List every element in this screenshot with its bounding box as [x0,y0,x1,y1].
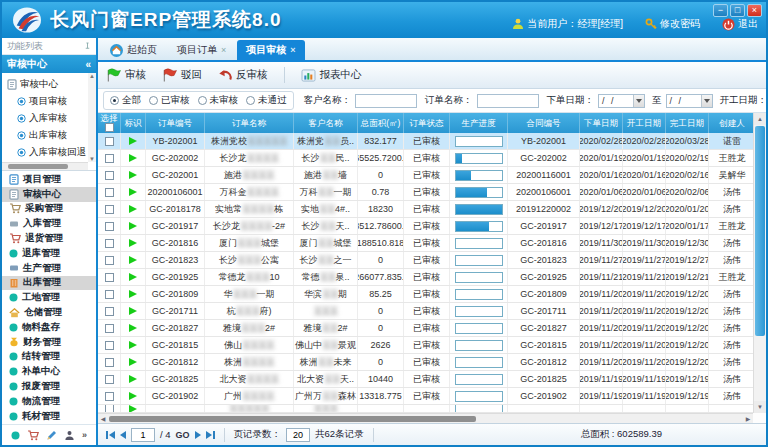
order-date-to-field[interactable]: / / [666,94,713,108]
table-row[interactable]: GC-201917长沙龙某某某某-2#长沙某某天..8512.78600..已审… [98,218,753,235]
row-checkbox[interactable] [105,256,114,265]
status-radio-2[interactable]: 未审核 [198,94,239,107]
tree-item-outbound-audit[interactable]: 出库审核 [7,127,86,144]
sidebar-footer-pencil-icon[interactable] [46,430,57,441]
table-row[interactable]: GC-201812株洲某某某某株洲某某未来0已审核GC-2018122019/1… [98,354,753,371]
table-row[interactable]: GC-2018178实地常某某某某栋实地某某4#..18230已审核201912… [98,201,753,218]
table-row[interactable]: GC-201925常德龙某某某10常德某某泉..266077.835..已审核G… [98,269,753,286]
column-header-1[interactable]: 标识 [121,113,146,133]
tree-root-audit-center[interactable]: 审核中心 [7,76,86,93]
status-radio-3[interactable]: 未通过 [246,94,287,107]
table-row[interactable]: YB-202001株洲党校某某某某某株洲党某某员..832.177已审核YB-2… [98,133,753,150]
row-checkbox[interactable] [105,154,114,163]
go-button[interactable]: GO [176,430,190,440]
column-header-5[interactable]: 总面积(㎡) [358,113,404,133]
column-header-8[interactable]: 合同编号 [508,113,580,133]
calendar-dropdown-icon[interactable] [633,95,644,107]
scroll-up-icon[interactable]: ▲ [754,113,766,125]
table-row[interactable]: GC-201809华某某某一期华滨某某期85.25已审核GC-201809201… [98,286,753,303]
order-name-input[interactable] [477,94,539,108]
pin-icon[interactable] [84,42,91,51]
table-row[interactable]: GC-201827雅境某某某2#雅境某某2#0已审核GC-2018272019/… [98,320,753,337]
column-header-3[interactable]: 订单名称 [205,113,294,133]
sidebar-item-suborder-center[interactable]: 补单中心 [2,364,96,379]
sidebar-item-consumables-mgmt[interactable]: 耗材管理 [2,409,96,424]
row-checkbox[interactable] [105,375,114,384]
sidebar-item-warehouse-mgmt[interactable]: 仓储管理 [2,305,96,320]
next-page-button[interactable] [195,431,201,439]
table-horizontal-scrollbar[interactable]: ◀ ▶ [98,413,753,423]
audit-button[interactable]: 审核 [106,68,146,82]
table-row[interactable]: GC-201815佛山某某某某佛山中某某景观2626已审核GC-20181520… [98,337,753,354]
table-row[interactable]: 20200106001万科金某某某某万科某某一期0.78已审核202001060… [98,184,753,201]
table-vertical-scrollbar[interactable]: ▲ ▼ [753,113,766,413]
unaudit-button[interactable]: 反审核 [218,68,268,82]
table-row[interactable]: GC-201902广州某某某某广州万某某森林13318.775已审核GC-201… [98,388,753,405]
calendar-dropdown-icon[interactable] [701,95,712,107]
sidebar-item-logistics-mgmt[interactable]: 物流管理 [2,394,96,409]
select-all-checkbox[interactable] [105,123,114,132]
tab-project-audit[interactable]: 项目审核× [237,40,304,60]
scroll-down-icon[interactable]: ▼ [754,401,766,413]
row-checkbox[interactable] [105,392,114,401]
radio-icon[interactable] [110,96,119,105]
tree-vertical-scrollbar[interactable]: ▲▼ [88,73,96,162]
sidebar-item-purchase-mgmt[interactable]: 采购管理 [2,202,96,217]
row-checkbox[interactable] [105,188,114,197]
sidebar-footer-dot-teal-icon[interactable] [11,431,20,440]
sidebar-item-material-inventory[interactable]: 物料盘存 [2,320,96,335]
sidebar-footer-more-icon[interactable]: » [82,430,87,440]
row-checkbox[interactable] [105,239,114,248]
column-header-10[interactable]: 开工日期 [623,113,666,133]
tab-home[interactable]: 起始页 [101,40,166,60]
column-header-4[interactable]: 客户名称 [294,113,358,133]
tree-item-project-audit[interactable]: 项目审核 [7,93,86,110]
scroll-left-icon[interactable]: ◀ [98,414,108,423]
row-checkbox[interactable] [105,341,114,350]
prev-page-button[interactable] [120,431,126,439]
table-row[interactable]: GC-201825北大资某某某某北大资某某天..10440已审核GC-20182… [98,371,753,388]
radio-icon[interactable] [198,96,207,105]
row-checkbox[interactable] [105,273,114,282]
first-page-button[interactable] [106,431,115,439]
table-row[interactable]: GC-201711杭某某某府)某某某0已审核GC-2017112019/11/2… [98,303,753,320]
page-size-input[interactable] [286,428,310,442]
table-row[interactable]: GC-201823长沙某某某公寓长沙某某之一0已审核GC-2018232019/… [98,252,753,269]
table-row[interactable]: GC-202002长沙龙某某某某长沙某某民..65525.7200..已审核GC… [98,150,753,167]
sidebar-item-production-mgmt[interactable]: 生产管理 [2,261,96,276]
scroll-right-icon[interactable]: ▶ [743,414,753,423]
tree-horizontal-scrollbar[interactable] [2,162,88,170]
sidebar-footer-user-dark-icon[interactable] [64,430,75,441]
last-page-button[interactable] [206,431,215,439]
sidebar-item-finance-mgmt[interactable]: 财务管理 [2,335,96,350]
sidebar-item-return-goods-mgmt[interactable]: 退货管理 [2,231,96,246]
tree-item-inbound-audit[interactable]: 入库审核 [7,110,86,127]
report-center-button[interactable]: 报表中心 [301,68,362,82]
change-password-button[interactable]: 修改密码 [645,17,700,31]
column-header-2[interactable]: 订单编号 [146,113,205,133]
row-checkbox[interactable] [105,137,114,146]
column-header-12[interactable]: 创建人 [709,113,753,133]
table-row[interactable]: 某某某某某某某某 [98,405,753,413]
sidebar-item-inbound-mgmt[interactable]: 入库管理 [2,216,96,231]
vertical-scroll-thumb[interactable] [755,126,765,336]
column-header-6[interactable]: 订单状态 [404,113,450,133]
collapse-icon[interactable]: « [85,59,91,70]
tab-project-orders[interactable]: 项目订单× [168,40,235,60]
horizontal-scroll-thumb[interactable] [109,416,476,422]
row-checkbox[interactable] [105,405,114,412]
sidebar-item-outbound-mgmt[interactable]: 出库管理 [2,276,96,291]
sidebar-item-site-mgmt[interactable]: 工地管理 [2,290,96,305]
customer-name-input[interactable] [355,94,417,108]
status-radio-0[interactable]: 全部 [110,94,141,107]
radio-icon[interactable] [149,96,158,105]
close-button[interactable]: × [747,4,762,17]
row-checkbox[interactable] [105,324,114,333]
table-row[interactable]: GC-201816厦门某某某城堡厦门某某城堡188510.818已审核GC-20… [98,235,753,252]
column-header-7[interactable]: 生产进度 [450,113,508,133]
row-checkbox[interactable] [105,205,114,214]
logout-button[interactable]: 退出 [722,17,758,31]
sidebar-item-scrap-mgmt[interactable]: 报废管理 [2,379,96,394]
sidebar-item-carryover-mgmt[interactable]: 结转管理 [2,350,96,365]
page-number-input[interactable] [131,428,155,442]
